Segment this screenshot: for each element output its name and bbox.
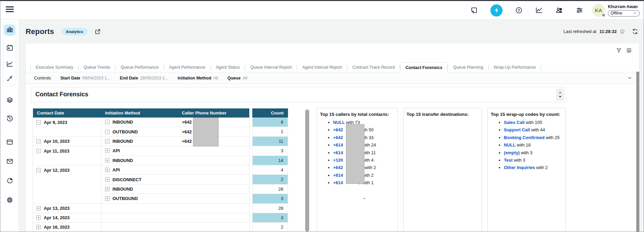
list-link[interactable]: +614 (333, 173, 343, 178)
list-link[interactable]: +642 (333, 165, 343, 170)
expand-toggle[interactable]: + (36, 206, 41, 210)
collapse-toggle[interactable]: − (36, 168, 41, 172)
list-link[interactable]: Test (504, 158, 513, 163)
metrics-icon[interactable] (535, 6, 543, 14)
insight-panel-title: Top 15 transfer destinations: (407, 112, 479, 117)
expand-toggle[interactable]: + (105, 168, 109, 172)
expand-toggle[interactable]: + (105, 196, 109, 201)
sliders-icon[interactable] (576, 6, 583, 14)
list-link[interactable]: +614 (333, 150, 343, 155)
status-select[interactable]: Offline (608, 10, 640, 16)
expand-toggle[interactable]: + (105, 148, 109, 153)
control-end-date[interactable]: End Date29/05/2023 1... (120, 75, 168, 80)
svg-text:?: ? (518, 8, 520, 13)
insight-panel-title: Top 15 wrap-up codes by count: (491, 112, 562, 117)
sidebar-item-gear[interactable] (4, 195, 15, 206)
expand-toggle[interactable]: + (105, 187, 109, 191)
spinner-up-icon[interactable] (559, 92, 561, 93)
list-item: +6149 with 24 (333, 141, 397, 149)
expand-toggle[interactable]: + (36, 225, 41, 229)
avatar[interactable]: KA (592, 4, 605, 17)
list-link[interactable]: NULL (333, 120, 345, 125)
sidebar-item-brush[interactable] (4, 73, 15, 85)
filter-icon[interactable] (616, 47, 622, 53)
initiation-method-cell (102, 213, 179, 223)
spinner-down-icon[interactable] (559, 96, 561, 98)
list-link[interactable]: +120 (333, 158, 343, 163)
list-link[interactable]: +642 (333, 135, 343, 140)
contact-date-cell: +Apr 16, 2023 (33, 223, 102, 232)
brush-icon (6, 75, 13, 84)
list-link[interactable]: Other Inquiries (504, 165, 535, 170)
last-refreshed: Last refreshed at 11:28:32 (564, 28, 638, 35)
list-link[interactable]: Booking Confirmed (504, 135, 545, 140)
tab-contract-trace-record[interactable]: Contract Trace Record (347, 62, 400, 72)
tab-queue-trends[interactable]: Queue Trends (78, 62, 115, 72)
sidebar-item-mail[interactable] (4, 156, 15, 167)
collapse-toggle[interactable]: − (36, 149, 41, 153)
control-value: 29/05/2023 1... (140, 76, 168, 80)
sidebar-item-calendar[interactable] (4, 43, 15, 54)
caller-phone-cell (179, 165, 250, 175)
list-link[interactable]: Sales Call (504, 120, 524, 125)
sidebar-item-layers[interactable] (4, 95, 15, 106)
tab-queue-interval-report[interactable]: Queue Interval Report (245, 62, 297, 72)
collapse-toggle[interactable]: − (36, 139, 41, 143)
external-link-icon[interactable] (94, 28, 101, 35)
list-link[interactable]: NULL (504, 142, 516, 147)
tab-queue-performance[interactable]: Queue Performance (116, 62, 164, 72)
initiation-method-cell: +API (102, 146, 179, 156)
collapse-toggle[interactable]: − (105, 139, 109, 143)
page-scrollbar[interactable] (636, 72, 639, 232)
tab-agent-interval-report[interactable]: Agent Interval Report (297, 62, 347, 72)
sidebar-item-browser[interactable] (4, 137, 15, 148)
list-link[interactable]: +614 (333, 142, 343, 147)
section-header: Contact Forensics (31, 87, 565, 102)
collapse-toggle[interactable]: − (105, 130, 109, 134)
sidebar-item-pie-chart[interactable] (4, 175, 15, 187)
tab-queue-planning[interactable]: Queue Planning (448, 62, 488, 72)
hamburger-menu-icon[interactable] (6, 6, 14, 14)
sidebar-item-line-chart[interactable] (4, 59, 15, 70)
tab-agent-status[interactable]: Agent Status (211, 62, 245, 72)
collapse-toggle[interactable]: − (36, 120, 41, 125)
info-icon[interactable] (620, 29, 625, 34)
list-link[interactable]: +642 (333, 127, 343, 132)
caller-phone-cell (179, 175, 250, 184)
column-header: Contact Date (33, 110, 102, 115)
download-icon[interactable] (626, 47, 632, 53)
notepad-icon[interactable] (470, 6, 478, 14)
list-item: +6149 with 11 (333, 149, 397, 157)
list-link[interactable]: +614 (333, 180, 343, 185)
initiation-method-cell: −INBOUND (102, 118, 179, 127)
tab-contact-forensics[interactable]: Contact Forensics (400, 62, 448, 73)
help-icon[interactable]: ? (515, 6, 523, 14)
list-link[interactable]: (empty) (504, 150, 520, 155)
expand-toggle[interactable]: + (36, 216, 41, 220)
list-link[interactable]: Support Call (504, 127, 530, 132)
count-cell: 3 (252, 194, 288, 203)
controls-expand-icon[interactable] (627, 75, 633, 81)
tab-wrap-up-performance[interactable]: Wrap-Up Performance (489, 62, 541, 72)
last-refreshed-label: Last refreshed at (564, 29, 597, 34)
sidebar-item-bar-chart[interactable] (4, 25, 15, 36)
control-start-date[interactable]: Start Date09/04/2023 1... (60, 75, 110, 80)
count-cell: 3 (252, 146, 288, 156)
analytics-badge[interactable]: Analytics (62, 28, 88, 35)
table-scrollbar[interactable] (305, 109, 309, 232)
spinner-control[interactable] (556, 89, 564, 100)
contact-date-cell (33, 156, 102, 165)
tab-executive-summary[interactable]: Executive Summary (31, 62, 78, 72)
expand-toggle[interactable]: + (105, 177, 109, 182)
refresh-icon[interactable] (632, 28, 638, 35)
list-item: +6149 with 1 (333, 179, 397, 187)
control-queue[interactable]: QueueAll (227, 75, 247, 80)
users-icon[interactable] (555, 6, 563, 14)
sidebar-item-history[interactable] (4, 113, 15, 125)
boost-lightning-icon[interactable] (490, 4, 503, 16)
expand-toggle[interactable]: + (105, 158, 109, 163)
count-cell: 8 (252, 118, 288, 127)
tab-agent-performance[interactable]: Agent Performance (164, 62, 211, 72)
control-initiation-method[interactable]: Initiation MethodAll (178, 75, 218, 80)
collapse-toggle[interactable]: − (105, 120, 109, 124)
